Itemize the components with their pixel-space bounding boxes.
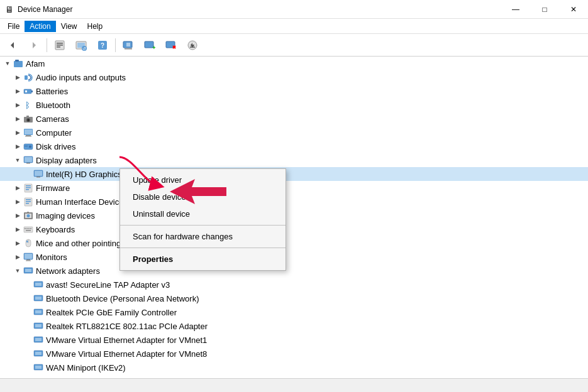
svg-rect-14 [126,43,130,46]
audio-label: Audio inputs and outputs [36,73,126,82]
cameras-icon [23,114,34,124]
tree-item-realtek-gbe[interactable]: Realtek PCIe GbE Family Controller [0,305,588,319]
tree-root[interactable]: ▼ Afam [0,57,588,70]
context-menu-scan[interactable]: Scan for hardware changes [120,228,286,245]
svg-rect-3 [57,43,63,44]
tree-item-bt-pan[interactable]: Bluetooth Device (Personal Area Network) [0,291,588,305]
help-button[interactable]: ? [92,36,113,54]
svg-rect-26 [15,60,19,62]
tree-item-mice[interactable]: ▶ Mice and other pointing devices [0,236,588,250]
properties-button[interactable] [50,36,70,54]
forward-button[interactable] [24,36,44,54]
svg-rect-77 [35,283,42,286]
update-driver-button[interactable]: ↺ [71,36,91,54]
cameras-toggle[interactable]: ▶ [13,114,23,124]
bt-pan-label: Bluetooth Device (Personal Area Network) [46,294,199,303]
toolbar-sep-1 [47,38,47,52]
mice-toggle[interactable]: ▶ [13,238,23,248]
tree-item-realtek-wifi[interactable]: Realtek RTL8821CE 802.11ac PCIe Adapter [0,319,588,333]
computer-icon [23,128,34,138]
scan-button[interactable] [118,36,138,54]
add-device-button[interactable]: + [140,36,160,54]
batteries-toggle[interactable]: ▶ [13,86,23,96]
maximize-button[interactable]: □ [530,0,559,19]
close-button[interactable]: ✕ [559,0,588,19]
vmware-vmnet8-icon [33,349,44,359]
toolbar: ↺ ? + [0,34,588,57]
bt-pan-icon [33,293,44,303]
tree-item-keyboards[interactable]: ▶ Keyboards [0,222,588,236]
keyboards-toggle[interactable]: ▶ [13,224,23,234]
svg-rect-73 [26,261,31,261]
context-menu-sep-2 [120,248,286,248]
vmware-vmnet8-label: VMware Virtual Ethernet Adapter for VMne… [46,349,207,359]
monitors-toggle[interactable]: ▶ [13,252,23,262]
menu-view[interactable]: View [56,21,82,32]
intel-hd-icon [33,169,44,179]
svg-rect-48 [36,177,40,178]
context-menu: Update driver Disable device Uninstall d… [119,168,286,271]
svg-rect-5 [57,46,60,48]
tree-item-bluetooth[interactable]: ▶ ᛒ Bluetooth [0,98,588,112]
imaging-label: Imaging devices [36,211,95,220]
menu-help[interactable]: Help [82,21,108,32]
download-button[interactable] [182,36,202,54]
network-toggle[interactable]: ▼ [13,266,23,276]
svg-rect-83 [35,324,42,327]
bluetooth-toggle[interactable]: ▶ [13,100,23,110]
tree-item-firmware[interactable]: ▶ Firmware [0,181,588,195]
tree-item-vmware-vmnet8[interactable]: VMware Virtual Ethernet Adapter for VMne… [0,347,588,361]
context-menu-update-driver[interactable]: Update driver [120,172,286,188]
monitors-label: Monitors [36,253,67,262]
context-menu-sep-1 [120,225,286,226]
svg-text:↺: ↺ [82,46,86,51]
tree-item-audio[interactable]: ▶ Audio inputs and outputs [0,70,588,84]
realtek-wifi-icon [33,321,44,331]
svg-rect-52 [26,189,29,190]
root-toggle[interactable]: ▼ [3,58,13,68]
svg-rect-25 [14,61,23,67]
tree-item-monitors[interactable]: ▶ Monitors [0,250,588,264]
context-menu-disable[interactable]: Disable device [120,188,286,205]
tree-item-wan-ikev2[interactable]: WAN Miniport (IKEv2) [0,361,588,374]
avast-icon [33,280,44,290]
svg-marker-1 [33,42,36,48]
tree-item-avast[interactable]: avast! SecureLine TAP Adapter v3 [0,278,588,291]
firmware-toggle[interactable]: ▶ [13,183,23,193]
context-menu-uninstall[interactable]: Uninstall device [120,205,286,222]
uninstall-button[interactable] [161,36,181,54]
tree-item-disk-drives[interactable]: ▶ Disk drives [0,139,588,153]
svg-text:ᛒ: ᛒ [25,101,30,110]
audio-toggle[interactable]: ▶ [13,72,23,82]
tree-item-computer[interactable]: ▶ Computer [0,126,588,139]
tree-item-cameras[interactable]: ▶ Cameras [0,112,588,126]
title-bar: 🖥 Device Manager — □ ✕ [0,0,588,19]
tree-item-imaging[interactable]: ▶ Imaging devices [0,209,588,222]
tree-item-batteries[interactable]: ▶ Batteries [0,84,588,98]
svg-rect-4 [57,45,63,46]
svg-text:?: ? [101,42,104,49]
tree-item-intel-hd[interactable]: Intel(R) HD Graphics 630 [0,167,588,181]
computer-toggle[interactable]: ▶ [13,128,23,138]
display-adapters-toggle[interactable]: ▼ [13,155,23,165]
back-button[interactable] [3,36,23,54]
minimize-button[interactable]: — [501,0,530,19]
mice-icon [23,238,34,248]
tree-item-vmware-vmnet1[interactable]: VMware Virtual Ethernet Adapter for VMne… [0,333,588,347]
tree-item-network[interactable]: ▼ Network adapters [0,264,588,278]
realtek-gbe-icon [33,307,44,317]
tree-item-display-adapters[interactable]: ▼ Display adapters [0,153,588,167]
menu-file[interactable]: File [3,21,25,32]
svg-rect-50 [26,185,31,187]
human-interface-toggle[interactable]: ▶ [13,197,23,207]
firmware-icon [23,183,34,193]
svg-rect-61 [24,227,33,232]
imaging-toggle[interactable]: ▶ [13,210,23,220]
vmware-vmnet1-icon [33,335,44,345]
menu-action[interactable]: Action [25,21,55,32]
disk-drives-toggle[interactable]: ▶ [13,141,23,151]
tree-item-human-interface[interactable]: ▶ Human Interface Devices [0,195,588,209]
context-menu-properties[interactable]: Properties [120,251,286,268]
imaging-icon [23,210,34,220]
wan-ikev2-label: WAN Miniport (IKEv2) [46,363,126,373]
